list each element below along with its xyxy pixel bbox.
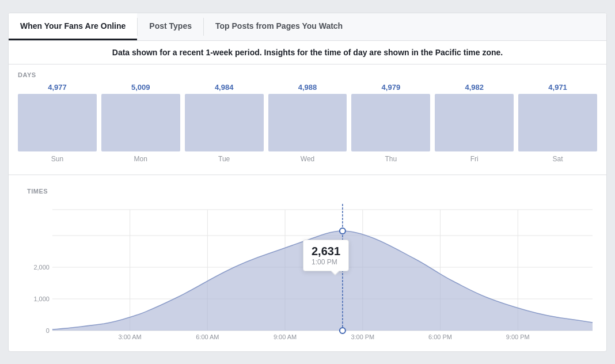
day-box <box>435 94 514 151</box>
day-col: 4,979Thu <box>351 83 430 163</box>
day-value: 4,971 <box>548 83 567 92</box>
day-box <box>185 94 264 151</box>
day-col: 4,982Fri <box>435 83 514 163</box>
day-col: 4,977Sun <box>18 83 97 163</box>
tab-fans-online[interactable]: When Your Fans Are Online <box>9 13 137 40</box>
day-col: 5,009Mon <box>101 83 180 163</box>
tab-post-types[interactable]: Post Types <box>138 13 203 40</box>
days-grid: 4,977Sun5,009Mon4,984Tue4,988Wed4,979Thu… <box>9 83 606 168</box>
day-value: 4,979 <box>382 83 401 92</box>
chart-area: 2,000 1,000 0 3:00 AM 6:00 AM 9:00 AM 3:… <box>18 204 597 342</box>
day-col: 4,988Wed <box>268 83 347 163</box>
svg-text:6:00 AM: 6:00 AM <box>196 333 219 340</box>
svg-text:2,000: 2,000 <box>33 263 49 270</box>
times-section: TIMES 2,000 1,000 0 <box>9 175 606 351</box>
svg-text:6:00 PM: 6:00 PM <box>428 333 452 340</box>
day-name-label: Thu <box>385 155 397 163</box>
day-box <box>518 94 597 151</box>
times-label: TIMES <box>18 181 597 199</box>
day-name-label: Sat <box>553 155 563 163</box>
day-name-label: Mon <box>134 155 147 163</box>
day-box <box>101 94 180 151</box>
days-label: DAYS <box>9 65 606 83</box>
day-value: 4,982 <box>465 83 484 92</box>
day-name-label: Fri <box>470 155 479 163</box>
day-box <box>18 94 97 151</box>
tabs-bar: When Your Fans Are Online Post Types Top… <box>9 13 606 41</box>
info-bar: Data shown for a recent 1-week period. I… <box>9 41 606 65</box>
svg-text:1,000: 1,000 <box>33 295 49 302</box>
svg-point-16 <box>340 328 346 333</box>
day-value: 4,988 <box>298 83 317 92</box>
svg-text:0: 0 <box>46 327 50 333</box>
day-name-label: Wed <box>301 155 314 163</box>
day-box <box>268 94 347 151</box>
svg-text:3:00 PM: 3:00 PM <box>351 333 374 340</box>
day-value: 4,977 <box>48 83 67 92</box>
day-name-label: Tue <box>218 155 230 163</box>
svg-text:9:00 AM: 9:00 AM <box>274 333 297 340</box>
svg-point-15 <box>340 228 346 234</box>
days-section: DAYS 4,977Sun5,009Mon4,984Tue4,988Wed4,9… <box>9 65 606 175</box>
times-chart: 2,000 1,000 0 3:00 AM 6:00 AM 9:00 AM 3:… <box>18 204 597 342</box>
day-col: 4,971Sat <box>518 83 597 163</box>
day-value: 5,009 <box>131 83 150 92</box>
day-col: 4,984Tue <box>185 83 264 163</box>
svg-text:3:00 AM: 3:00 AM <box>119 333 142 340</box>
day-value: 4,984 <box>215 83 234 92</box>
tab-top-posts[interactable]: Top Posts from Pages You Watch <box>204 13 354 40</box>
day-name-label: Sun <box>51 155 63 163</box>
insights-card: When Your Fans Are Online Post Types Top… <box>8 13 607 352</box>
svg-text:9:00 PM: 9:00 PM <box>506 333 530 340</box>
day-box <box>351 94 430 151</box>
